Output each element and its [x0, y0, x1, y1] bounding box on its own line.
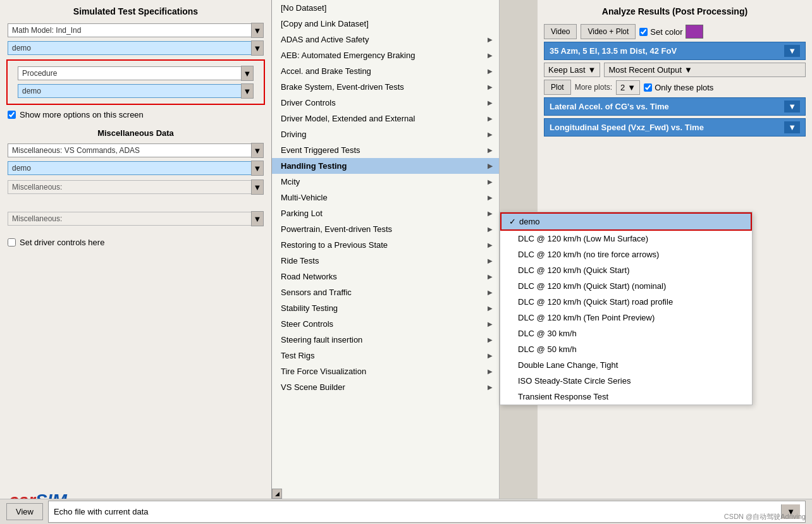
submenu-item-0[interactable]: ✓demo [500, 212, 752, 231]
submenu-item-2[interactable]: DLC @ 120 km/h (no tire force arrows) [500, 247, 752, 262]
menu-item-10[interactable]: Handling Testing▶ [272, 158, 499, 174]
keep-last-label: Keep Last [548, 65, 586, 75]
math-model-arrow[interactable]: ▼ [251, 23, 264, 38]
menu-item-14[interactable]: Powertrain, Event-driven Tests▶ [272, 221, 499, 237]
submenu-label-9: Double Lane Change, Tight [518, 360, 618, 370]
menu-item-arrow-15: ▶ [488, 241, 493, 248]
misc1-arrow[interactable]: ▼ [251, 143, 264, 158]
sensor-dd-arrow[interactable]: ▼ [784, 45, 800, 57]
misc3-select[interactable]: Miscellaneous: [8, 212, 252, 226]
submenu-item-9[interactable]: Double Lane Change, Tight [500, 357, 752, 373]
sensor-dropdown[interactable]: 35 Azm, 5 El, 13.5 m Dist, 42 FoV ▼ [544, 42, 806, 60]
menu-item-8[interactable]: Driving▶ [272, 126, 499, 142]
echo-dropdown[interactable]: Echo file with current data ▼ [48, 501, 806, 523]
set-color-label: Set color [650, 27, 682, 37]
menu-item-17[interactable]: Road Networks▶ [272, 269, 499, 284]
menu-item-label-18: Sensors and Traffic [281, 288, 352, 297]
misc1-value-select[interactable]: demo [8, 161, 252, 175]
keep-last-row: Keep Last ▼ Most Recent Output ▼ [544, 63, 806, 77]
procedure-arrow[interactable]: ▼ [241, 66, 254, 81]
color-swatch[interactable] [686, 25, 703, 39]
menu-item-15[interactable]: Restoring to a Previous State▶ [272, 237, 499, 253]
only-these-group: Only these plots [644, 83, 713, 92]
math-model-value-arrow[interactable]: ▼ [251, 40, 264, 56]
show-more-checkbox[interactable] [8, 111, 16, 119]
submenu-item-1[interactable]: DLC @ 120 km/h (Low Mu Surface) [500, 231, 752, 247]
menu-item-23[interactable]: Tire Force Visualization▶ [272, 363, 499, 379]
submenu-item-7[interactable]: DLC @ 30 km/h [500, 326, 752, 341]
math-model-select[interactable]: Math Model: Ind_Ind [8, 23, 252, 37]
set-color-checkbox[interactable] [639, 28, 648, 36]
plot1-dropdown[interactable]: Lateral Accel. of CG's vs. Time ▼ [544, 97, 806, 116]
menu-item-3[interactable]: AEB: Automated Emergency Braking▶ [272, 47, 499, 63]
menu-item-24[interactable]: VS Scene Builder▶ [272, 379, 499, 395]
menu-item-arrow-21: ▶ [488, 336, 493, 343]
menu-item-5[interactable]: Brake System, Event-driven Tests▶ [272, 79, 499, 95]
view-button[interactable]: View [6, 503, 43, 520]
only-these-checkbox[interactable] [644, 83, 652, 92]
menu-item-0[interactable]: [No Dataset] [272, 0, 499, 16]
procedure-select[interactable]: Procedure [18, 66, 242, 80]
plot2-value: Longitudinal Speed (Vxz_Fwd) vs. Time [550, 123, 704, 132]
misc2-select[interactable]: Miscellaneous: [8, 180, 252, 194]
set-driver-checkbox[interactable] [8, 238, 16, 247]
menu-item-7[interactable]: Driver Model, Extended and External▶ [272, 111, 499, 126]
menu-item-arrow-23: ▶ [488, 368, 493, 375]
misc1-value-arrow[interactable]: ▼ [251, 161, 264, 176]
submenu-item-4[interactable]: DLC @ 120 km/h (Quick Start) (nominal) [500, 278, 752, 294]
menu-item-9[interactable]: Event Triggered Tests▶ [272, 142, 499, 158]
plot1-dd-arrow[interactable]: ▼ [784, 101, 800, 113]
procedure-value-arrow[interactable]: ▼ [241, 83, 254, 99]
procedure-value-select[interactable]: demo [18, 84, 242, 98]
menu-item-19[interactable]: Stability Testing▶ [272, 300, 499, 316]
video-row: Video Video + Plot Set color [544, 24, 806, 39]
menu-item-11[interactable]: Mcity▶ [272, 174, 499, 190]
menu-item-label-22: Test Rigs [281, 351, 314, 360]
set-color-group: Set color [639, 25, 703, 39]
submenu-items-container: ✓demoDLC @ 120 km/h (Low Mu Surface)DLC … [500, 212, 752, 405]
submenu-label-5: DLC @ 120 km/h (Quick Start) road profil… [518, 297, 673, 307]
menu-item-22[interactable]: Test Rigs▶ [272, 348, 499, 363]
math-model-value-select[interactable]: demo [8, 41, 252, 55]
menu-item-2[interactable]: ADAS and Active Safety▶ [272, 32, 499, 47]
submenu-item-3[interactable]: DLC @ 120 km/h (Quick Start) [500, 262, 752, 278]
menu-item-label-6: Driver Controls [281, 98, 336, 107]
menu-item-6[interactable]: Driver Controls▶ [272, 95, 499, 111]
menu-item-label-15: Restoring to a Previous State [281, 240, 388, 250]
misc1-select[interactable]: Miscellaneous: VS Commands, ADAS [8, 143, 252, 157]
resize-handle[interactable]: ◢ [272, 489, 282, 499]
menu-item-21[interactable]: Steering fault insertion▶ [272, 332, 499, 348]
misc3-arrow[interactable]: ▼ [251, 211, 264, 226]
plot2-dropdown[interactable]: Longitudinal Speed (Vxz_Fwd) vs. Time ▼ [544, 118, 806, 137]
misc2-arrow[interactable]: ▼ [251, 180, 264, 195]
plot-button[interactable]: Plot [544, 80, 571, 95]
show-more-row: Show more options on this screen [8, 110, 264, 119]
video-plot-button[interactable]: Video + Plot [581, 24, 636, 39]
more-plots-dropdown[interactable]: 2 ▼ [616, 80, 640, 95]
submenu-item-8[interactable]: DLC @ 50 km/h [500, 341, 752, 357]
submenu-item-6[interactable]: DLC @ 120 km/h (Ten Point Preview) [500, 310, 752, 326]
csdn-watermark: CSDN @自动驾驶Adriving [724, 512, 806, 521]
menu-item-18[interactable]: Sensors and Traffic▶ [272, 284, 499, 300]
menu-item-1[interactable]: [Copy and Link Dataset] [272, 16, 499, 32]
keep-last-dropdown[interactable]: Keep Last ▼ [544, 63, 600, 77]
submenu-item-5[interactable]: DLC @ 120 km/h (Quick Start) road profil… [500, 294, 752, 310]
plot2-dd-arrow[interactable]: ▼ [784, 121, 800, 133]
menu-item-label-5: Brake System, Event-driven Tests [281, 82, 404, 92]
keep-last-arrow: ▼ [588, 65, 596, 75]
menu-item-12[interactable]: Multi-Vehicle▶ [272, 190, 499, 205]
menu-item-label-7: Driver Model, Extended and External [281, 114, 415, 123]
submenu-item-11[interactable]: Transient Response Test [500, 389, 752, 405]
menu-item-16[interactable]: Ride Tests▶ [272, 253, 499, 269]
video-button[interactable]: Video [544, 24, 577, 39]
set-driver-row: Set driver controls here [8, 238, 264, 247]
menu-item-4[interactable]: Accel. and Brake Testing▶ [272, 63, 499, 79]
menu-item-label-1: [Copy and Link Dataset] [281, 19, 369, 28]
submenu-label-11: Transient Response Test [518, 392, 608, 401]
menu-item-13[interactable]: Parking Lot▶ [272, 205, 499, 221]
menu-item-20[interactable]: Steer Controls▶ [272, 316, 499, 332]
echo-label: Echo file with current data [54, 507, 149, 516]
submenu-item-10[interactable]: ISO Steady-State Circle Series [500, 373, 752, 389]
submenu-label-10: ISO Steady-State Circle Series [518, 376, 631, 386]
most-recent-dropdown[interactable]: Most Recent Output ▼ [604, 63, 806, 77]
